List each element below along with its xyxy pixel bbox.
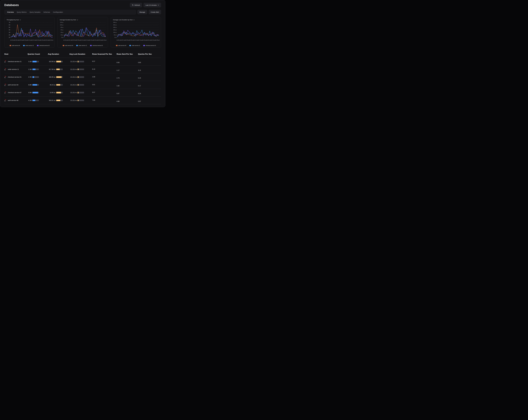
tabs-row: OverviewQuery MetricsQuery SamplesSchema… xyxy=(0,10,165,14)
rows-sent-value: 4.68 xyxy=(117,100,138,102)
avg-lock-duration-cell: 21.211 ns xyxy=(69,84,92,86)
svg-text:0 us: 0 us xyxy=(61,37,63,38)
chart-title-dropdown[interactable]: Average Lock Duration by Host xyxy=(112,19,160,21)
tab-schemas[interactable]: Schemas xyxy=(42,10,51,14)
queries-count-bar xyxy=(32,69,39,70)
avg-lock-duration-bar xyxy=(78,69,84,70)
avg-duration-bar xyxy=(56,100,63,101)
svg-text:300 us: 300 us xyxy=(113,22,117,23)
avg-lock-duration-value: 21.211 ns xyxy=(69,84,77,86)
avg-lock-duration-cell: 21.211 ns xyxy=(69,92,92,93)
legend-label: auth-service-04 xyxy=(65,45,73,46)
svg-text:12:05 pm: 12:05 pm xyxy=(76,40,81,41)
svg-text:11:50 am: 11:50 am xyxy=(10,40,15,41)
legend-swatch xyxy=(116,45,118,46)
legend-item-checkout-service-01[interactable]: checkout-service-01 xyxy=(37,45,50,46)
chart-title: Average Duration by Host xyxy=(60,19,76,21)
rows-sent-value: 5.07 xyxy=(117,93,138,94)
column-header-queries-per-sec: Queries Per Sec xyxy=(138,53,161,55)
time-range-dropdown[interactable]: Last 15 minutes xyxy=(144,3,161,7)
svg-text:12:00 pm: 12:00 pm xyxy=(19,40,23,41)
manage-label: Manage xyxy=(140,11,145,13)
host-cell: checkout-service-01 xyxy=(4,76,28,78)
legend-swatch xyxy=(143,45,145,46)
svg-text:12:25 pm: 12:25 pm xyxy=(147,40,151,41)
legend-label: auth-service-04 xyxy=(118,45,126,46)
svg-text:12:30 pm: 12:30 pm xyxy=(98,40,102,41)
tab-query-samples[interactable]: Query Samples xyxy=(28,10,42,14)
chart-title: Throughput by host xyxy=(7,19,19,21)
table-row-checkout-service-01[interactable]: checkout-service-01 3.7M 486.95 us 21.21… xyxy=(4,73,161,81)
svg-text:5M: 5M xyxy=(9,27,10,28)
chart-title: Average Lock Duration by Host xyxy=(113,19,133,21)
chart-title-dropdown[interactable]: Average Duration by Host xyxy=(59,19,107,21)
tab-confirguration[interactable]: Confirguration xyxy=(51,10,64,14)
manage-button[interactable]: Manage xyxy=(137,10,147,14)
table-header-row: HostQueries CountAvg DurationAvg Lock Du… xyxy=(4,51,161,58)
queries-count-cell: 2.1M xyxy=(28,69,48,70)
column-header-avg-duration: Avg Duration xyxy=(48,53,69,55)
create-alert-button[interactable]: Create Alert xyxy=(149,10,161,14)
queries-count-cell: 3.7M xyxy=(28,76,48,78)
legend-item-order-service-11[interactable]: order-service-11 xyxy=(129,45,140,46)
refresh-button[interactable]: Refresh xyxy=(130,3,142,7)
svg-text:12:05 pm: 12:05 pm xyxy=(129,40,134,41)
svg-text:60 us: 60 us xyxy=(61,29,63,31)
svg-text:12:10 pm: 12:10 pm xyxy=(27,40,32,41)
tab-overview[interactable]: Overview xyxy=(6,10,15,14)
table-row-order-service-11[interactable]: order-service-11 2.1M 817.50 us 21.211 n… xyxy=(4,66,161,73)
avg-duration-value: 18.56 us xyxy=(48,92,55,93)
legend-item-auth-service-04[interactable]: auth-service-04 xyxy=(10,45,20,46)
svg-text:150 us: 150 us xyxy=(113,29,117,31)
svg-text:20 us: 20 us xyxy=(61,35,63,35)
table-row-auth-service-04[interactable]: auth-service-04 6.8M 36.23 us 21.211 ns … xyxy=(4,81,161,89)
chevron-down-icon xyxy=(133,20,134,20)
legend-item-checkout-service-01[interactable]: checkout-service-01 xyxy=(90,45,103,46)
table-body: checkout-service-21 3.1M 316.56 us 21.21… xyxy=(4,58,161,104)
tab-query-metrics[interactable]: Query Metrics xyxy=(15,10,28,14)
rows-scanned-value: 6.57 xyxy=(92,60,117,62)
avg-duration-bar xyxy=(56,61,63,62)
tab-bar: OverviewQuery MetricsQuery SamplesSchema… xyxy=(4,10,136,14)
svg-text:11:50 am: 11:50 am xyxy=(63,40,68,41)
table-row-checkout-service-67[interactable]: checkout-service-67 8.5M 18.56 us 21.211… xyxy=(4,89,161,97)
legend-item-checkout-service-01[interactable]: checkout-service-01 xyxy=(143,45,156,46)
queries-count-value: 8.5M xyxy=(28,92,32,93)
host-cell: checkout-service-67 xyxy=(4,91,28,94)
legend-item-order-service-11[interactable]: order-service-11 xyxy=(76,45,87,46)
legend-item-order-service-11[interactable]: order-service-11 xyxy=(23,45,34,46)
svg-text:4M: 4M xyxy=(9,29,10,31)
svg-text:12:00 pm: 12:00 pm xyxy=(72,40,76,41)
chart-legend: auth-service-04order-service-11checkout-… xyxy=(6,45,53,46)
rows-sent-value: 0.83 xyxy=(117,62,138,63)
rows-sent-value: 1.52 xyxy=(117,85,138,87)
queries-per-sec-value: 0.97 xyxy=(138,100,161,102)
legend-label: order-service-11 xyxy=(79,45,87,46)
avg-duration-cell: 316.56 us xyxy=(48,61,69,62)
refresh-icon xyxy=(132,4,133,6)
queries-count-bar xyxy=(32,84,39,86)
database-host-icon xyxy=(4,76,7,78)
legend-swatch xyxy=(129,45,131,46)
legend-item-auth-service-04[interactable]: auth-service-04 xyxy=(63,45,73,46)
svg-text:50 us: 50 us xyxy=(114,35,117,35)
table-row-auth-service-08[interactable]: auth-service-08 4.1M 563.01 us 21.211 ns… xyxy=(4,97,161,104)
svg-text:12:20 pm: 12:20 pm xyxy=(36,40,41,41)
legend-swatch xyxy=(63,45,64,46)
svg-text:12:30 pm: 12:30 pm xyxy=(45,40,49,41)
svg-text:6M: 6M xyxy=(9,24,10,25)
avg-lock-duration-cell: 21.211 ns xyxy=(69,69,92,70)
table-row-checkout-service-21[interactable]: checkout-service-21 3.1M 316.56 us 21.21… xyxy=(4,58,161,66)
chart-title-dropdown[interactable]: Throughput by host xyxy=(6,19,53,21)
rows-scanned-value: 9.57 xyxy=(92,92,117,93)
legend-item-auth-service-04[interactable]: auth-service-04 xyxy=(116,45,126,46)
queries-per-sec-value: 0.15 xyxy=(138,77,161,79)
line-chart: 0 us20 us40 us60 us80 us100 us120 us11:5… xyxy=(59,21,107,42)
series-order-service-11 xyxy=(117,30,159,37)
avg-lock-duration-value: 21.211 ns xyxy=(69,76,77,78)
host-name: order-service-11 xyxy=(8,69,19,70)
charts-row: Throughput by host1M2M3M4M5M6M7M11:50 am… xyxy=(0,14,165,47)
svg-text:12:05 pm: 12:05 pm xyxy=(23,40,28,41)
chart-card-2: Average Lock Duration by Host0 us50 us10… xyxy=(111,17,161,47)
avg-lock-duration-cell: 21.211 ns xyxy=(69,61,92,62)
